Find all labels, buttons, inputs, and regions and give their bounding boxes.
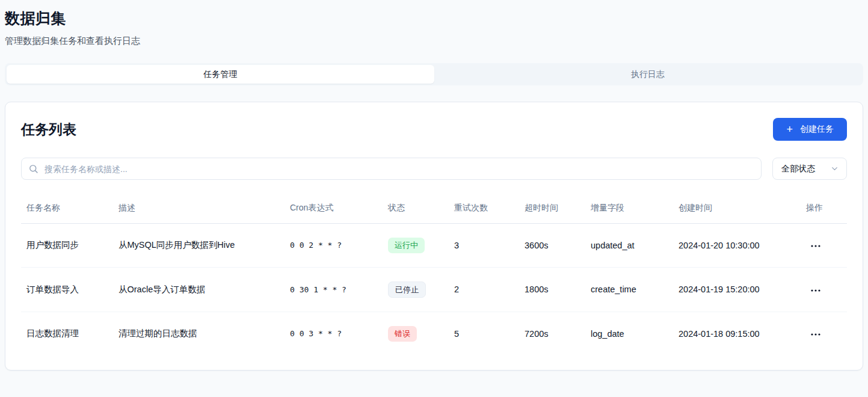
row-actions-button[interactable] <box>806 330 825 339</box>
task-name: 订单数据导入 <box>21 267 114 312</box>
column-header-timeout: 超时时间 <box>520 195 586 224</box>
task-retries: 5 <box>449 312 520 355</box>
tab-task-management[interactable]: 任务管理 <box>7 65 434 84</box>
task-created-at: 2024-01-19 15:20:00 <box>674 267 789 312</box>
task-description: 从MySQL同步用户数据到Hive <box>114 224 285 268</box>
task-created-at: 2024-01-18 09:15:00 <box>674 312 789 355</box>
task-table-header: 任务名称 描述 Cron表达式 状态 重试次数 超时时间 增量字段 创建时间 操… <box>21 195 847 224</box>
row-actions-button[interactable] <box>806 286 825 295</box>
row-actions-button[interactable] <box>806 241 825 251</box>
chevron-down-icon <box>830 164 839 173</box>
task-incremental-field: updated_at <box>586 224 674 268</box>
data-collection-page: 数据归集 管理数据归集任务和查看执行日志 任务管理 执行日志 任务列表 + 创建… <box>0 0 868 371</box>
task-timeout: 1800s <box>520 267 586 312</box>
tab-task-management-label: 任务管理 <box>203 69 237 80</box>
task-name: 用户数据同步 <box>21 224 114 268</box>
ellipsis-icon <box>811 245 820 247</box>
card-header: 任务列表 + 创建任务 <box>21 118 847 141</box>
task-cron: 0 30 1 * * ? <box>285 267 383 312</box>
status-badge: 已停止 <box>388 282 426 298</box>
task-retries: 3 <box>449 224 520 268</box>
status-filter-value: 全部状态 <box>781 164 815 174</box>
table-toolbar: 全部状态 <box>21 158 847 180</box>
column-header-status: 状态 <box>383 195 449 224</box>
card-title: 任务列表 <box>21 118 76 139</box>
task-cron: 0 0 2 * * ? <box>285 224 383 268</box>
status-badge: 运行中 <box>388 238 425 253</box>
table-row: 日志数据清理 清理过期的日志数据 0 0 3 * * ? 错误 5 7200s … <box>21 312 847 355</box>
task-timeout: 7200s <box>520 312 586 355</box>
tab-execution-logs-label: 执行日志 <box>631 69 665 80</box>
column-header-incremental-field: 增量字段 <box>586 195 674 224</box>
task-incremental-field: create_time <box>586 267 674 312</box>
table-row: 订单数据导入 从Oracle导入订单数据 0 30 1 * * ? 已停止 2 … <box>21 267 847 312</box>
status-filter-select[interactable]: 全部状态 <box>772 158 847 180</box>
task-timeout: 3600s <box>520 224 586 268</box>
table-row: 用户数据同步 从MySQL同步用户数据到Hive 0 0 2 * * ? 运行中… <box>21 224 847 268</box>
search-field-wrap <box>21 158 762 180</box>
search-input[interactable] <box>21 158 762 180</box>
task-description: 从Oracle导入订单数据 <box>114 267 285 312</box>
task-list-card: 任务列表 + 创建任务 全部状态 <box>5 102 863 371</box>
tab-execution-logs[interactable]: 执行日志 <box>434 65 862 84</box>
plus-icon: + <box>786 124 793 135</box>
column-header-name: 任务名称 <box>21 195 114 224</box>
page-title: 数据归集 <box>5 8 863 28</box>
column-header-created-at: 创建时间 <box>674 195 789 224</box>
ellipsis-icon <box>811 289 820 292</box>
task-name: 日志数据清理 <box>21 312 114 355</box>
tab-bar: 任务管理 执行日志 <box>5 63 863 85</box>
task-retries: 2 <box>449 267 520 312</box>
column-header-actions: 操作 <box>789 195 847 224</box>
column-header-cron: Cron表达式 <box>285 195 383 224</box>
create-task-button[interactable]: + 创建任务 <box>773 118 847 141</box>
status-badge: 错误 <box>388 326 417 342</box>
task-cron: 0 0 3 * * ? <box>285 312 383 355</box>
column-header-retries: 重试次数 <box>449 195 520 224</box>
task-created-at: 2024-01-20 10:30:00 <box>674 224 789 268</box>
ellipsis-icon <box>811 333 820 336</box>
page-subtitle: 管理数据归集任务和查看执行日志 <box>5 35 863 47</box>
search-icon <box>28 164 38 174</box>
task-incremental-field: log_date <box>586 312 674 355</box>
create-task-button-label: 创建任务 <box>800 124 834 135</box>
column-header-description: 描述 <box>114 195 285 224</box>
task-description: 清理过期的日志数据 <box>114 312 285 355</box>
task-table: 任务名称 描述 Cron表达式 状态 重试次数 超时时间 增量字段 创建时间 操… <box>21 195 847 355</box>
